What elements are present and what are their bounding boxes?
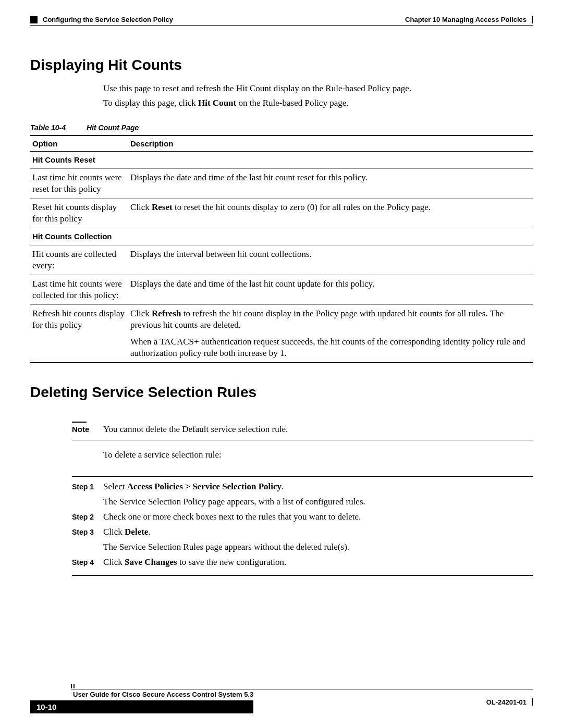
steps-top-rule	[72, 476, 533, 477]
steps-bottom-rule	[72, 575, 533, 576]
footer-doc-title: User Guide for Cisco Secure Access Contr…	[73, 690, 253, 698]
step-2-body: Check one or more check boxes next to th…	[103, 511, 533, 523]
intro-paragraph-1: Use this page to reset and refresh the H…	[103, 83, 533, 94]
running-header: Configuring the Service Selection Policy…	[30, 16, 533, 23]
footer-doc-id: OL-24201-01	[486, 698, 527, 706]
note-label: Note	[72, 425, 89, 434]
header-section: Configuring the Service Selection Policy	[43, 16, 173, 23]
opt-last-collected: Last time hit counts were collected for …	[30, 275, 128, 304]
intro-paragraph-2: To display this page, click Hit Count on…	[103, 97, 533, 109]
step-2-label: Step 2	[72, 513, 103, 521]
header-vbar-icon	[532, 16, 533, 23]
step-3-body: Click Delete.	[103, 526, 533, 538]
th-option: Option	[30, 135, 128, 152]
opt-reset-display: Reset hit counts display for this policy	[30, 198, 128, 228]
step-1-after: The Service Selection Policy page appear…	[103, 496, 533, 508]
footer-vbar-icon	[532, 698, 533, 706]
header-chapter: Chapter 10 Managing Access Policies	[405, 16, 527, 23]
table-caption: Table 10-4Hit Count Page	[30, 124, 533, 132]
note-tick-icon	[72, 422, 87, 423]
note-block: Note You cannot delete the Default servi…	[72, 422, 533, 460]
note-text: You cannot delete the Default service se…	[103, 424, 533, 435]
note-rule	[72, 440, 533, 440]
th-description: Description	[128, 135, 533, 152]
desc-last-reset: Displays the date and time of the last h…	[128, 168, 533, 198]
desc-refresh-display: Click Refresh to refresh the hit count d…	[128, 304, 533, 363]
page-number: 10-10	[30, 700, 253, 713]
note-after-text: To delete a service selection rule:	[103, 450, 533, 460]
header-rule	[30, 25, 533, 26]
step-4-body: Click Save Changes to save the new confi…	[103, 557, 533, 569]
desc-last-collected: Displays the date and time of the last h…	[128, 275, 533, 304]
step-1-label: Step 1	[72, 483, 103, 491]
opt-refresh-display: Refresh hit counts display for this poli…	[30, 304, 128, 363]
step-3-after: The Service Selection Rules page appears…	[103, 541, 533, 553]
step-4-label: Step 4	[72, 558, 103, 566]
desc-reset-display: Click Reset to reset the hit counts disp…	[128, 198, 533, 228]
step-3-label: Step 3	[72, 528, 103, 536]
heading-displaying-hit-counts: Displaying Hit Counts	[30, 57, 533, 73]
opt-last-reset: Last time hit counts were reset for this…	[30, 168, 128, 198]
step-1-body: Select Access Policies > Service Selecti…	[103, 481, 533, 493]
desc-collected-every: Displays the interval between hit count …	[128, 245, 533, 275]
opt-collected-every: Hit counts are collected every:	[30, 245, 128, 275]
heading-deleting-service-selection-rules: Deleting Service Selection Rules	[30, 384, 533, 401]
subheader-hit-counts-collection: Hit Counts Collection	[30, 228, 533, 245]
page-footer: User Guide for Cisco Secure Access Contr…	[30, 684, 533, 713]
subheader-hit-counts-reset: Hit Counts Reset	[30, 152, 533, 169]
steps-block: Step 1 Select Access Policies > Service …	[72, 476, 533, 576]
footer-rule	[71, 689, 533, 689]
hit-count-table: Option Description Hit Counts Reset Last…	[30, 135, 533, 363]
footer-tick-icon	[71, 684, 533, 688]
header-marker-icon	[30, 16, 38, 23]
